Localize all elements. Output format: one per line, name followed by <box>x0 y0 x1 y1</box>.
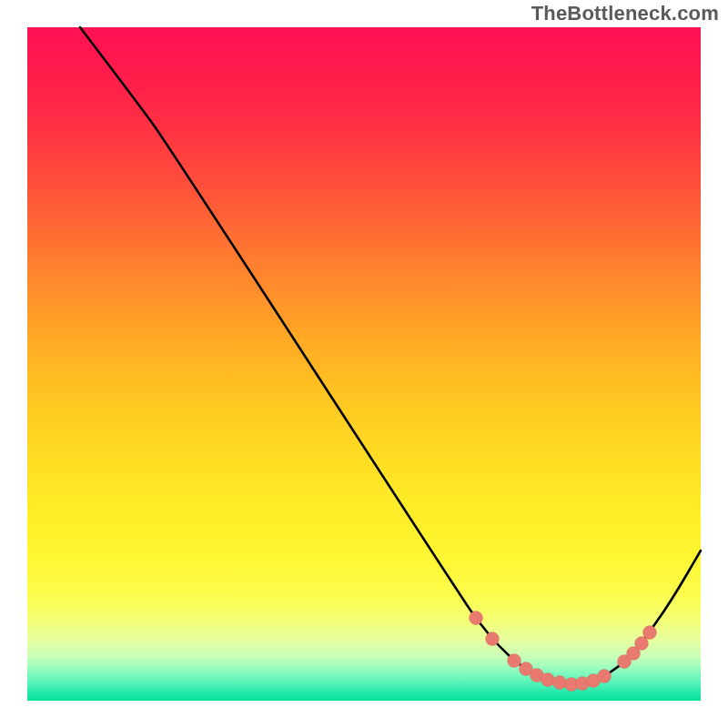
data-point <box>486 632 500 646</box>
chart-overlay <box>27 27 701 701</box>
data-point <box>553 676 567 690</box>
chart-frame: TheBottleneck.com <box>0 0 728 728</box>
data-point <box>508 654 521 668</box>
watermark-text: TheBottleneck.com <box>531 2 719 25</box>
data-point <box>598 670 612 683</box>
data-point <box>470 612 483 625</box>
data-point <box>635 637 649 651</box>
data-point <box>643 626 657 640</box>
bottleneck-points <box>470 612 657 692</box>
plot-area <box>27 27 701 701</box>
data-point <box>541 673 555 687</box>
bottleneck-curve <box>80 27 701 683</box>
